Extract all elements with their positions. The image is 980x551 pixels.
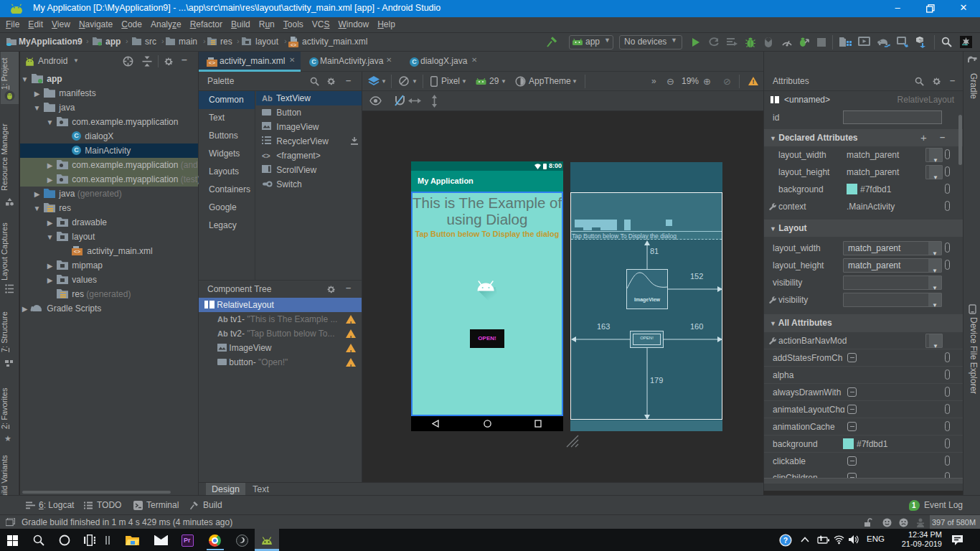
svg-text:<>: <> xyxy=(291,42,296,47)
svg-text:?: ? xyxy=(783,536,788,545)
